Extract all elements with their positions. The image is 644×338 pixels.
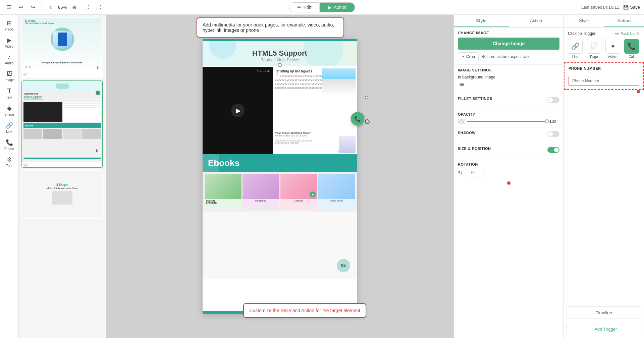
undo-button[interactable]: ↩ [16, 3, 25, 12]
far-tab-action[interactable]: Action [604, 15, 644, 27]
sidebar-item-video[interactable]: ▶ Video [1, 35, 17, 50]
action-tab[interactable]: ▶ Action [320, 2, 355, 12]
rotation-input[interactable] [465, 169, 485, 176]
change-image-button[interactable]: Change Image [458, 38, 559, 50]
style-tab-label: Style [476, 18, 486, 23]
shadow-section: SHADOW [454, 127, 564, 143]
thumb-ebooks-label: Ebooks [25, 124, 33, 127]
main-layout: ⊞ Page ▶ Video ♪ Audio 🖼 Image T Text ◆ … [0, 15, 644, 338]
opacity-fill [467, 121, 547, 122]
sidebar-item-shape[interactable]: ◆ Shape [1, 103, 17, 118]
last-saved: Last saved14:16:11 [581, 5, 619, 10]
tab-action[interactable]: Action [509, 15, 564, 27]
product-catalogs: ▶ Catalogs [280, 174, 317, 210]
timeline-button[interactable]: Timeline [567, 306, 641, 319]
menu-button[interactable]: ☰ [4, 3, 13, 12]
action-tab-label: Action [530, 18, 542, 23]
thumb-05-num: 05 [22, 162, 102, 167]
add-trigger-button[interactable]: + Add Trigger [567, 323, 641, 335]
click-trigger-row: Click To Trigger ⇨ Pack Up ✕ [568, 31, 640, 36]
crop-label: Crop [466, 54, 475, 59]
save-button[interactable]: 💾 Save [623, 5, 640, 10]
sidebar-item-page[interactable]: ⊞ Page [1, 17, 17, 33]
rotation-title: ROTATION [458, 162, 559, 166]
toolbar-right: Last saved14:16:11 💾 Save [581, 5, 640, 10]
tab-style[interactable]: Style [454, 15, 509, 27]
size-position-toggle[interactable] [547, 147, 559, 153]
canvas-wrapper: HTML5 Support Read on Multi-Device ▶ The… [203, 39, 357, 314]
far-tab-style[interactable]: Style [564, 15, 604, 27]
fillet-toggle[interactable] [547, 97, 559, 103]
sidebar-item-tool[interactable]: ⚙ Tool [1, 154, 17, 170]
page-thumb-05[interactable]: Add the text HTML5 Support Read on Multi… [21, 80, 103, 168]
link-action-label: Link [572, 55, 578, 59]
action-icon-anime[interactable]: ✦ Anime [605, 39, 620, 59]
crop-button[interactable]: ✂ Crop [458, 52, 479, 61]
panel-tabs: Style Action [454, 15, 564, 27]
fit-screen-button[interactable]: ⛶ [82, 3, 91, 12]
thumb-05-content: Add the text HTML5 Support Read on Multi… [22, 81, 102, 162]
page-thumb-06[interactable]: 4 Steps Make Flipbooks with Ease [21, 170, 103, 219]
sidebar-item-audio[interactable]: ♪ Audio [1, 52, 17, 67]
products-grid: DESIGN EFFECTS Magazines [203, 172, 357, 212]
click-trigger-label: Click To Trigger [568, 31, 595, 36]
sidebar-item-phone[interactable]: 📞 Phone [1, 137, 17, 153]
zoom-in-button[interactable]: ⊕ [69, 3, 79, 12]
call-action-label: Call [629, 55, 634, 59]
far-style-label: Style [579, 18, 589, 23]
audio-icon: ♪ [8, 54, 11, 61]
fillet-title: FILLET SETTINGS [458, 97, 492, 101]
thumb-04-icons-right: ◧ [97, 66, 100, 69]
sidebar-label-link: Link [6, 130, 12, 133]
rotation-row: ↻ [458, 169, 559, 176]
page-thumb-04[interactable]: FLIP PDF Flip Page-Flipping eBook Create… [21, 17, 103, 78]
sidebar-item-image[interactable]: 🖼 Image [1, 68, 17, 84]
product-design-effects: DESIGN EFFECTS [205, 174, 241, 210]
thumb-05-h5: HTML5 Support [24, 96, 100, 98]
canvas-h5-title: HTML5 Support [203, 49, 357, 58]
handle-outer[interactable] [365, 119, 370, 124]
opacity-thumb[interactable] [545, 119, 549, 123]
edit-action-tabs: ✏ Edit ▶ Action [289, 2, 355, 12]
edit-tab[interactable]: ✏ Edit [289, 2, 319, 12]
phone-bubble[interactable]: 📞 [351, 112, 364, 125]
handle-right[interactable] [365, 96, 368, 99]
video-panel: ▶ There's Me [203, 67, 273, 154]
thumb-04-phone-img [53, 31, 72, 48]
action-icon-page[interactable]: 📄 Page [587, 39, 601, 59]
fillet-header: FILLET SETTINGS [458, 97, 559, 103]
pages-panel: FLIP PDF Flip Page-Flipping eBook Create… [19, 15, 106, 338]
phone-number-section: PHONE NUMBER [564, 62, 644, 90]
product-photo-books: Photo Books [318, 174, 355, 210]
bg-image-row: to background image [458, 75, 559, 79]
thumb-04-subtitle: Flip Page-Flipping eBook Creater [25, 22, 55, 24]
redo-button[interactable]: ↪ [28, 3, 38, 12]
red-dot-bottom [507, 181, 511, 185]
shadow-toggle[interactable] [547, 131, 559, 137]
fullscreen-button[interactable]: ⛶ [94, 3, 103, 12]
fillet-section: FILLET SETTINGS [454, 93, 564, 109]
phone-number-input[interactable] [569, 76, 639, 86]
sidebar-label-phone: Phone [4, 147, 14, 151]
rotation-icon: ↻ [458, 170, 462, 176]
selection-handle-top[interactable] [278, 63, 282, 67]
sidebar-item-link[interactable]: 🔗 Link [1, 120, 17, 135]
sidebar-label-page: Page [5, 27, 13, 31]
product-magazines: Magazines [243, 174, 279, 210]
tooltip-bottom: Customize the Style and Action for the t… [243, 303, 366, 318]
add-trigger-container: + Add Trigger [564, 322, 644, 338]
opacity-slider[interactable] [467, 121, 547, 122]
play-icon: ▶ [236, 107, 241, 114]
page-number: 05 [341, 263, 345, 268]
pack-up-button[interactable]: Pack Up [621, 32, 635, 36]
arrow-icon: ⇨ [615, 31, 619, 36]
action-icon-call[interactable]: 📞 Call [624, 39, 639, 59]
phone-number-title: PHONE NUMBER [569, 66, 639, 70]
close-trigger-button[interactable]: ✕ [636, 31, 640, 36]
zoom-out-button[interactable]: ○ [46, 3, 55, 12]
pack-up-label: Pack Up [621, 32, 635, 36]
action-icon-link[interactable]: 🔗 Link [568, 39, 583, 59]
sidebar-item-text[interactable]: T Text [1, 85, 17, 101]
divider-2 [107, 3, 107, 11]
restore-label: Restore picture aspect ratio [481, 54, 531, 59]
